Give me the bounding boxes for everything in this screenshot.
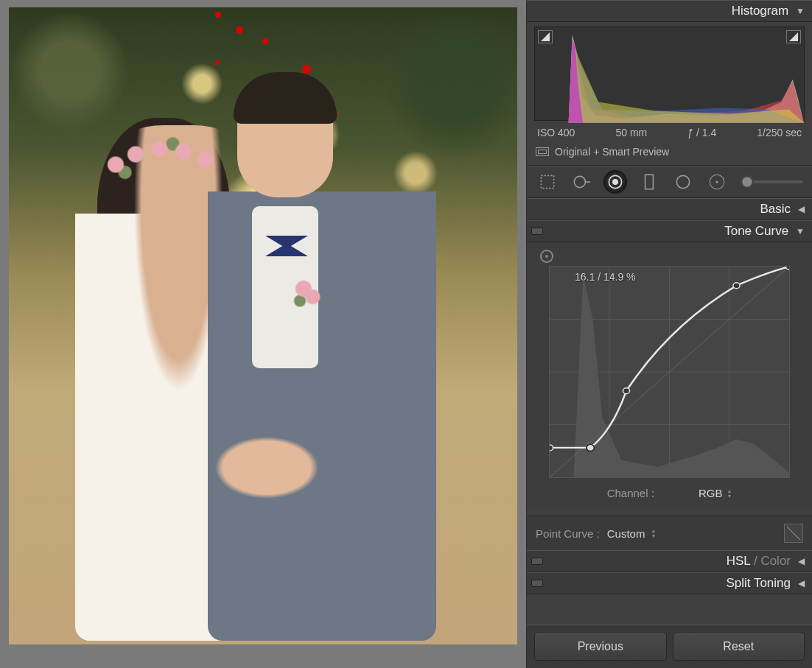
preview-image[interactable]: [9, 7, 517, 644]
exif-focal-length: 50 mm: [615, 127, 647, 138]
tone-curve-panel-body: 16.1 / 14.9 %: [527, 242, 812, 507]
svg-point-3: [613, 180, 618, 185]
svg-point-1: [574, 176, 585, 187]
svg-point-16: [587, 444, 594, 451]
point-curve-row: Point Curve : Custom ▲▼: [527, 516, 812, 550]
tone-curve-panel-label: Tone Curve: [724, 224, 788, 239]
image-preview-area: [0, 0, 526, 668]
subject-hands: [193, 423, 340, 512]
point-curve-selector[interactable]: Custom ▲▼: [607, 527, 657, 540]
updown-icon: ▲▼: [727, 488, 732, 499]
clipping-overlay-dot: [236, 27, 243, 34]
graduated-filter-tool-icon[interactable]: [637, 170, 661, 194]
local-adjustment-toolstrip: [527, 166, 812, 198]
tone-curve-svg: [550, 267, 789, 477]
svg-rect-4: [645, 175, 654, 189]
updown-icon: ▲▼: [651, 528, 656, 538]
point-curve-value: Custom: [607, 527, 645, 540]
histogram-chart[interactable]: [534, 27, 805, 121]
redeye-tool-icon[interactable]: [603, 170, 627, 194]
point-curve-label: Point Curve :: [536, 527, 600, 540]
exif-aperture: ƒ / 1.4: [687, 127, 716, 138]
hsl-label-separator: /: [750, 554, 760, 568]
histogram-svg: [535, 27, 804, 123]
svg-point-17: [623, 388, 629, 394]
channel-selector[interactable]: RGB ▲▼: [699, 487, 732, 499]
hsl-label-prefix: HSL: [727, 554, 750, 568]
tone-curve-editor[interactable]: 16.1 / 14.9 %: [549, 266, 790, 478]
svg-point-5: [676, 175, 689, 188]
clipping-overlay-dot: [302, 65, 311, 74]
preview-status-row[interactable]: Original + Smart Preview: [527, 143, 812, 166]
exif-info-row: ISO 400 50 mm ƒ / 1.4 1/250 sec: [527, 124, 812, 143]
previous-button[interactable]: Previous: [534, 633, 667, 661]
svg-rect-0: [541, 175, 553, 188]
adjustment-brush-tool-icon[interactable]: [705, 170, 729, 194]
preview-status-label: Original + Smart Preview: [555, 146, 669, 158]
split-toning-panel-label: Split Toning: [726, 576, 791, 591]
exif-shutter: 1/250 sec: [757, 127, 802, 138]
clipping-overlay-dot: [215, 12, 221, 18]
develop-right-panel: Histogram ▼ ISO 400 50 mm ƒ / 1.4 1/250 …: [526, 0, 812, 668]
panel-toggle-switch[interactable]: [531, 558, 543, 565]
subject-boutonniere: [289, 273, 326, 313]
clipping-overlay-dot: [262, 38, 268, 44]
clipping-overlay-dot: [215, 60, 220, 65]
exif-iso: ISO 400: [537, 127, 575, 138]
chevron-down-icon: ▼: [796, 6, 805, 16]
split-toning-panel-header[interactable]: Split Toning ◀: [527, 572, 812, 594]
targeted-adjustment-icon[interactable]: [540, 250, 553, 263]
svg-point-18: [733, 283, 740, 289]
channel-label: Channel :: [607, 487, 654, 499]
reset-button-label: Reset: [723, 640, 754, 653]
point-curve-toggle-icon[interactable]: [784, 524, 803, 543]
svg-point-7: [716, 181, 718, 183]
chevron-left-icon: ◀: [798, 556, 805, 566]
chevron-left-icon: ◀: [798, 578, 805, 588]
tone-curve-panel-header[interactable]: Tone Curve ▼: [527, 220, 812, 242]
panel-toggle-switch[interactable]: [531, 228, 543, 235]
hsl-label-suffix: Color: [760, 554, 791, 568]
tone-curve-channel-row: Channel : RGB ▲▼: [536, 478, 803, 499]
chevron-left-icon: ◀: [798, 204, 805, 214]
basic-panel-label: Basic: [760, 202, 791, 217]
chevron-down-icon: ▼: [796, 226, 805, 236]
hsl-panel-label: HSL / Color: [727, 554, 791, 569]
previous-button-label: Previous: [578, 640, 623, 653]
smart-preview-icon: [536, 147, 549, 156]
basic-panel-header[interactable]: Basic ◀: [527, 198, 812, 220]
tool-size-slider[interactable]: [742, 180, 803, 183]
svg-point-15: [550, 445, 553, 451]
histogram-panel-label: Histogram: [732, 4, 788, 18]
develop-bottom-buttons: Previous Reset: [527, 625, 812, 668]
histogram-panel-header[interactable]: Histogram ▼: [527, 0, 812, 22]
spot-removal-tool-icon[interactable]: [570, 170, 593, 194]
crop-tool-icon[interactable]: [536, 170, 559, 194]
channel-value: RGB: [699, 487, 723, 499]
hsl-panel-header[interactable]: HSL / Color ◀: [527, 550, 812, 572]
panel-toggle-switch[interactable]: [531, 580, 543, 587]
reset-button[interactable]: Reset: [673, 633, 805, 661]
radial-filter-tool-icon[interactable]: [671, 170, 695, 194]
